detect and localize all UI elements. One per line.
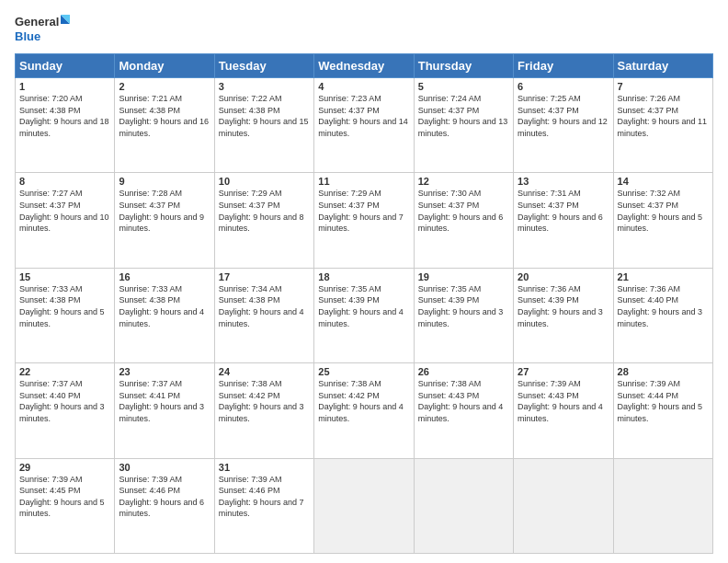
day-detail: Sunrise: 7:29 AMSunset: 4:37 PMDaylight:… <box>318 188 409 234</box>
day-detail: Sunrise: 7:39 AMSunset: 4:46 PMDaylight:… <box>219 474 310 520</box>
day-detail: Sunrise: 7:26 AMSunset: 4:37 PMDaylight:… <box>618 93 709 139</box>
day-detail: Sunrise: 7:31 AMSunset: 4:37 PMDaylight:… <box>518 188 609 234</box>
logo: General Blue <box>15 11 70 46</box>
svg-text:Blue: Blue <box>15 29 40 43</box>
day-number: 2 <box>119 81 210 92</box>
header-thursday: Thursday <box>414 54 513 78</box>
day-detail: Sunrise: 7:39 AMSunset: 4:43 PMDaylight:… <box>518 378 609 424</box>
day-cell: 11Sunrise: 7:29 AMSunset: 4:37 PMDayligh… <box>314 173 414 268</box>
day-detail: Sunrise: 7:21 AMSunset: 4:38 PMDaylight:… <box>119 93 210 139</box>
day-detail: Sunrise: 7:39 AMSunset: 4:44 PMDaylight:… <box>618 378 709 424</box>
day-cell: 19Sunrise: 7:35 AMSunset: 4:39 PMDayligh… <box>414 268 513 362</box>
day-cell: 23Sunrise: 7:37 AMSunset: 4:41 PMDayligh… <box>115 363 214 458</box>
day-number: 19 <box>418 271 509 282</box>
day-number: 10 <box>219 176 310 187</box>
day-detail: Sunrise: 7:25 AMSunset: 4:37 PMDaylight:… <box>518 93 609 139</box>
day-number: 7 <box>618 81 709 92</box>
day-number: 13 <box>518 176 609 187</box>
day-cell: 28Sunrise: 7:39 AMSunset: 4:44 PMDayligh… <box>613 363 712 458</box>
day-cell: 27Sunrise: 7:39 AMSunset: 4:43 PMDayligh… <box>514 363 613 458</box>
day-cell: 7Sunrise: 7:26 AMSunset: 4:37 PMDaylight… <box>613 78 712 173</box>
day-number: 16 <box>119 271 210 282</box>
day-number: 24 <box>219 366 310 377</box>
day-number: 29 <box>19 462 110 473</box>
day-number: 23 <box>119 366 210 377</box>
day-cell: 24Sunrise: 7:38 AMSunset: 4:42 PMDayligh… <box>214 363 313 458</box>
day-number: 15 <box>19 271 110 282</box>
day-cell: 4Sunrise: 7:23 AMSunset: 4:37 PMDaylight… <box>314 78 414 173</box>
day-number: 6 <box>518 81 609 92</box>
day-cell: 9Sunrise: 7:28 AMSunset: 4:37 PMDaylight… <box>115 173 214 268</box>
day-cell: 30Sunrise: 7:39 AMSunset: 4:46 PMDayligh… <box>115 458 214 553</box>
day-detail: Sunrise: 7:36 AMSunset: 4:39 PMDaylight:… <box>518 283 609 329</box>
day-number: 14 <box>618 176 709 187</box>
day-detail: Sunrise: 7:23 AMSunset: 4:37 PMDaylight:… <box>318 93 409 139</box>
day-cell: 5Sunrise: 7:24 AMSunset: 4:37 PMDaylight… <box>414 78 513 173</box>
week-row-5: 29Sunrise: 7:39 AMSunset: 4:45 PMDayligh… <box>16 458 713 553</box>
day-number: 11 <box>318 176 409 187</box>
day-detail: Sunrise: 7:29 AMSunset: 4:37 PMDaylight:… <box>219 188 310 234</box>
week-row-1: 1Sunrise: 7:20 AMSunset: 4:38 PMDaylight… <box>16 78 713 173</box>
day-cell <box>613 458 712 553</box>
day-cell: 6Sunrise: 7:25 AMSunset: 4:37 PMDaylight… <box>514 78 613 173</box>
day-detail: Sunrise: 7:34 AMSunset: 4:38 PMDaylight:… <box>219 283 310 329</box>
day-number: 8 <box>19 176 110 187</box>
day-cell: 13Sunrise: 7:31 AMSunset: 4:37 PMDayligh… <box>514 173 613 268</box>
day-detail: Sunrise: 7:39 AMSunset: 4:46 PMDaylight:… <box>119 474 210 520</box>
day-cell: 15Sunrise: 7:33 AMSunset: 4:38 PMDayligh… <box>16 268 115 362</box>
day-number: 5 <box>418 81 509 92</box>
day-cell <box>414 458 513 553</box>
day-number: 22 <box>19 366 110 377</box>
day-detail: Sunrise: 7:35 AMSunset: 4:39 PMDaylight:… <box>318 283 409 329</box>
day-cell: 1Sunrise: 7:20 AMSunset: 4:38 PMDaylight… <box>16 78 115 173</box>
day-detail: Sunrise: 7:38 AMSunset: 4:42 PMDaylight:… <box>219 378 310 424</box>
day-detail: Sunrise: 7:27 AMSunset: 4:37 PMDaylight:… <box>19 188 110 234</box>
day-cell: 21Sunrise: 7:36 AMSunset: 4:40 PMDayligh… <box>613 268 712 362</box>
day-detail: Sunrise: 7:35 AMSunset: 4:39 PMDaylight:… <box>418 283 509 329</box>
day-number: 4 <box>318 81 409 92</box>
top-area: General Blue <box>15 11 713 46</box>
day-cell: 2Sunrise: 7:21 AMSunset: 4:38 PMDaylight… <box>115 78 214 173</box>
day-cell: 20Sunrise: 7:36 AMSunset: 4:39 PMDayligh… <box>514 268 613 362</box>
day-detail: Sunrise: 7:37 AMSunset: 4:40 PMDaylight:… <box>19 378 110 424</box>
day-number: 20 <box>518 271 609 282</box>
day-detail: Sunrise: 7:32 AMSunset: 4:37 PMDaylight:… <box>618 188 709 234</box>
day-number: 27 <box>518 366 609 377</box>
week-row-2: 8Sunrise: 7:27 AMSunset: 4:37 PMDaylight… <box>16 173 713 268</box>
header-tuesday: Tuesday <box>214 54 313 78</box>
day-detail: Sunrise: 7:38 AMSunset: 4:43 PMDaylight:… <box>418 378 509 424</box>
day-number: 17 <box>219 271 310 282</box>
week-row-3: 15Sunrise: 7:33 AMSunset: 4:38 PMDayligh… <box>16 268 713 362</box>
day-number: 26 <box>418 366 509 377</box>
day-cell: 31Sunrise: 7:39 AMSunset: 4:46 PMDayligh… <box>214 458 313 553</box>
day-detail: Sunrise: 7:39 AMSunset: 4:45 PMDaylight:… <box>19 474 110 520</box>
calendar-header-row: SundayMondayTuesdayWednesdayThursdayFrid… <box>16 54 713 78</box>
week-row-4: 22Sunrise: 7:37 AMSunset: 4:40 PMDayligh… <box>16 363 713 458</box>
header-saturday: Saturday <box>613 54 712 78</box>
day-detail: Sunrise: 7:33 AMSunset: 4:38 PMDaylight:… <box>19 283 110 329</box>
header-sunday: Sunday <box>16 54 115 78</box>
day-number: 31 <box>219 462 310 473</box>
day-detail: Sunrise: 7:28 AMSunset: 4:37 PMDaylight:… <box>119 188 210 234</box>
day-cell: 17Sunrise: 7:34 AMSunset: 4:38 PMDayligh… <box>214 268 313 362</box>
day-detail: Sunrise: 7:38 AMSunset: 4:42 PMDaylight:… <box>318 378 409 424</box>
day-detail: Sunrise: 7:24 AMSunset: 4:37 PMDaylight:… <box>418 93 509 139</box>
day-number: 18 <box>318 271 409 282</box>
calendar: SundayMondayTuesdayWednesdayThursdayFrid… <box>15 53 713 554</box>
day-cell <box>314 458 414 553</box>
day-cell: 10Sunrise: 7:29 AMSunset: 4:37 PMDayligh… <box>214 173 313 268</box>
day-cell: 3Sunrise: 7:22 AMSunset: 4:38 PMDaylight… <box>214 78 313 173</box>
logo-svg: General Blue <box>15 11 70 46</box>
day-cell: 14Sunrise: 7:32 AMSunset: 4:37 PMDayligh… <box>613 173 712 268</box>
day-cell: 8Sunrise: 7:27 AMSunset: 4:37 PMDaylight… <box>16 173 115 268</box>
header-monday: Monday <box>115 54 214 78</box>
day-number: 30 <box>119 462 210 473</box>
day-detail: Sunrise: 7:33 AMSunset: 4:38 PMDaylight:… <box>119 283 210 329</box>
day-number: 28 <box>618 366 709 377</box>
day-number: 25 <box>318 366 409 377</box>
header-friday: Friday <box>514 54 613 78</box>
day-cell: 22Sunrise: 7:37 AMSunset: 4:40 PMDayligh… <box>16 363 115 458</box>
day-cell: 16Sunrise: 7:33 AMSunset: 4:38 PMDayligh… <box>115 268 214 362</box>
day-cell: 18Sunrise: 7:35 AMSunset: 4:39 PMDayligh… <box>314 268 414 362</box>
day-number: 9 <box>119 176 210 187</box>
